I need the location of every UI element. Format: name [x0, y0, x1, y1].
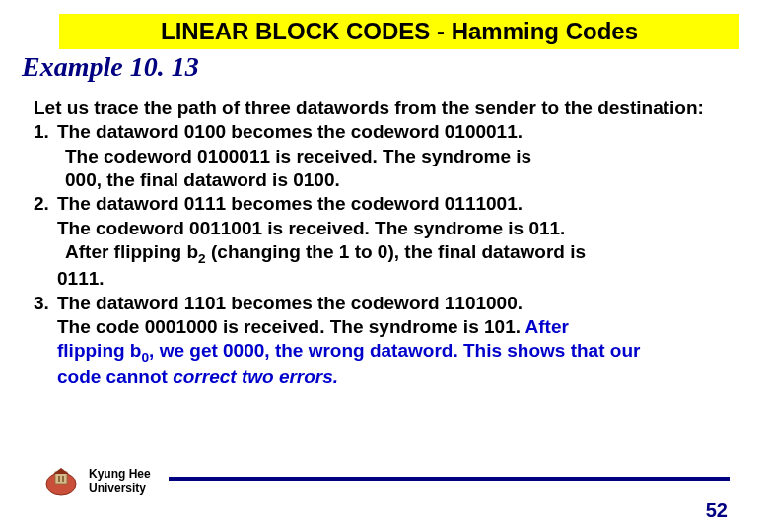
item-content: The dataword 1101 becomes the codeword 1… [57, 292, 741, 390]
university-name: Kyung Hee University [89, 468, 151, 496]
slide-title-banner: LINEAR BLOCK CODES - Hamming Codes [59, 14, 739, 49]
item-content: The dataword 0111 becomes the codeword 0… [57, 192, 741, 291]
highlight-text: After [525, 316, 569, 337]
text-line: 000, the final dataword is 0100. [57, 168, 741, 192]
item-number: 3. [34, 292, 57, 390]
footer: Kyung Hee University [0, 459, 769, 504]
item-content: The dataword 0100 becomes the codeword 0… [57, 120, 741, 192]
text-line: The dataword 1101 becomes the codeword 1… [57, 292, 741, 315]
list-item: 2. The dataword 0111 becomes the codewor… [34, 192, 741, 291]
text-line: The codeword 0100011 is received. The sy… [57, 145, 741, 168]
list-item: 3. The dataword 1101 becomes the codewor… [34, 292, 741, 390]
slide-title: LINEAR BLOCK CODES - Hamming Codes [161, 18, 638, 44]
text-line: After flipping b2 (changing the 1 to 0),… [57, 240, 741, 267]
svg-marker-2 [53, 468, 69, 474]
text-line: The dataword 0100 becomes the codeword 0… [57, 120, 741, 144]
highlight-text: flipping b0, we get 0000, the wrong data… [57, 339, 741, 366]
item-number: 2. [34, 192, 57, 291]
university-line: Kyung Hee [89, 468, 151, 482]
svg-rect-4 [62, 476, 64, 482]
university-line: University [89, 482, 151, 496]
list-item: 1. The dataword 0100 becomes the codewor… [34, 120, 741, 192]
item-number: 1. [34, 120, 57, 192]
text-line: 0111. [57, 267, 741, 291]
text-line: The dataword 0111 becomes the codeword 0… [57, 192, 741, 216]
page-number: 52 [706, 499, 728, 522]
example-label: Example 10. 13 [22, 51, 769, 83]
footer-divider [169, 477, 730, 481]
intro-text: Let us trace the path of three datawords… [34, 97, 741, 120]
university-logo-icon [43, 466, 79, 498]
text-line: The codeword 0011001 is received. The sy… [57, 217, 741, 240]
highlight-text: code cannot correct two errors. [57, 366, 741, 389]
svg-rect-3 [58, 476, 60, 482]
subscript: 2 [198, 251, 206, 266]
subscript: 0 [141, 350, 149, 365]
text-line: The code 0001000 is received. The syndro… [57, 315, 741, 339]
body-text: Let us trace the path of three datawords… [34, 97, 741, 390]
